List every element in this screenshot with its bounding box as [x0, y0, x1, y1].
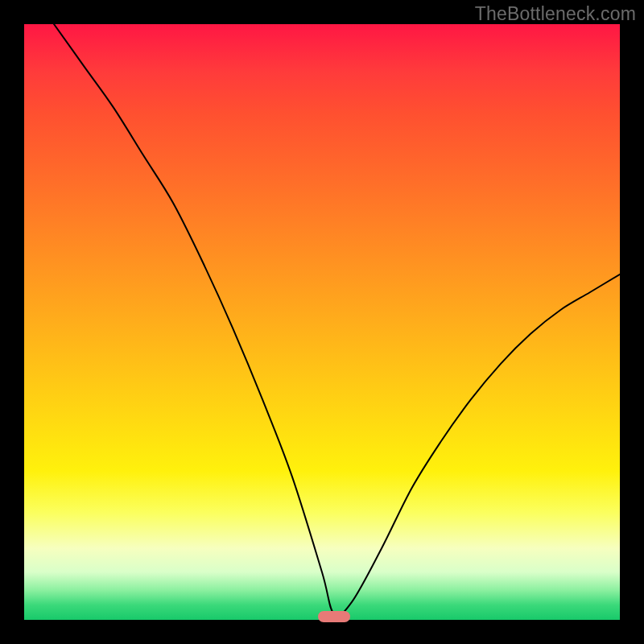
plot-area: [24, 24, 620, 620]
chart-frame: TheBottleneck.com: [0, 0, 644, 644]
optimal-marker: [318, 611, 350, 622]
watermark-text: TheBottleneck.com: [475, 3, 636, 25]
bottleneck-curve: [24, 24, 620, 620]
